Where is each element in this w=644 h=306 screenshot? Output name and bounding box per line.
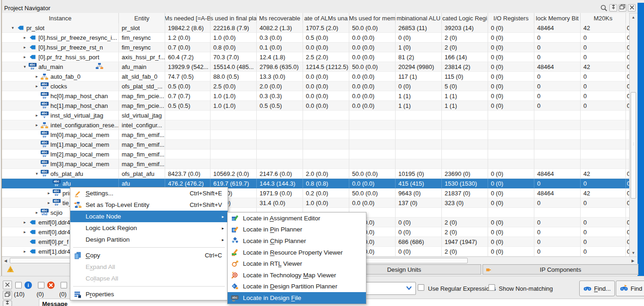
show-nonmatching-checkbox[interactable] <box>489 284 495 291</box>
expand-arrow-icon[interactable]: ▸ <box>33 113 40 118</box>
table-row-hc-0-map-host-chan[interactable]: abcsvhc[0].map_host_chanmap_fim_pcie...0… <box>2 91 629 101</box>
search-icon[interactable] <box>600 4 608 12</box>
column-header-ms-needed-a-b[interactable]: Ms needed [=A-B <box>165 13 211 23</box>
column-header-lock-memory-bit[interactable]: lock Memory Bit <box>534 13 581 23</box>
value-cell: 48464 <box>534 169 581 179</box>
table-row-pr-slot[interactable]: ▾pr_slotpr_slot19842.2 (8.6)22216.8 (7.9… <box>2 23 629 33</box>
submenu-item-locate-in-chip-planner[interactable]: Locate in Chip Planner <box>228 235 366 247</box>
menu-item-copy[interactable]: CopyCtrl+C <box>70 250 228 261</box>
expand-arrow-icon[interactable]: ▸ <box>21 55 28 59</box>
table-row-0-hssi-pr-freeze-rst-n[interactable]: ▸[0].hssi_pr_freeze_rst_nfim_resync0.7 (… <box>2 43 629 52</box>
column-header-mbinational-alu[interactable]: mbinational ALU <box>396 13 442 23</box>
table-row-ofs-plat-afu[interactable]: ▾abcsvofs_plat_afuofs_plat_afu8423.7 (0.… <box>2 169 629 179</box>
submenu-item-locate-in-design-partition-planner[interactable]: Locate in Design Partition Planner <box>228 281 366 293</box>
filter-checkbox-info[interactable] <box>15 282 22 288</box>
value-cell: 0 <box>626 101 629 111</box>
messages-float-button[interactable] <box>3 291 12 300</box>
scroll-up-arrow[interactable]: ▲ <box>630 13 637 21</box>
table-row-hc-1-map-host-chan[interactable]: abcsvhc[1].map_host_chanmap_fim_pcie...0… <box>2 101 629 111</box>
submenu-item-locate-in-technology-map-viewer[interactable]: Locate in Technology Map Viewer <box>228 269 366 281</box>
entity-cell: ofs_plat_afu <box>119 169 165 179</box>
menu-item-set-as-top-level-entity[interactable]: Set as Top-Level EntityCtrl+Shift+V <box>70 199 228 211</box>
expand-arrow-icon[interactable]: ▸ <box>45 200 52 205</box>
instance-label: lm[2].map_local_mem <box>50 151 109 158</box>
value-cell <box>488 120 534 130</box>
table-row-intel-configuration-rese[interactable]: ▸intel_configuration_rese...intel_config… <box>2 120 629 130</box>
expand-arrow-icon[interactable]: ▸ <box>21 220 28 225</box>
expand-arrow-icon[interactable]: ▸ <box>21 249 28 254</box>
float-button[interactable] <box>619 4 626 12</box>
table-row-auto-fab-0[interactable]: ▸auto_fab_0alt_sld_fab_074.7 (0.5)88.0 (… <box>2 72 629 81</box>
column-header-i-o-registers[interactable]: I/O Registers <box>488 13 534 23</box>
instance-label: ofs_plat_afu <box>50 170 83 177</box>
find-button[interactable]: Find... <box>579 281 615 296</box>
scroll-right-arrow[interactable]: ▶ <box>629 257 637 264</box>
menu-item-design-partition[interactable]: Design Partition▸ <box>70 234 228 245</box>
close-button[interactable] <box>628 4 636 12</box>
value-cell <box>626 120 629 130</box>
instance-cell: abcsvlm[0].map_local_mem <box>2 130 119 140</box>
table-row-0-pr-frz-hssi-ss-port[interactable]: ▸[0].pr_frz_hssi_ss_portaxis_hssi_pr_f..… <box>2 52 629 62</box>
column-header-entity[interactable]: Entity <box>119 13 165 23</box>
filter-checkbox-error[interactable] <box>38 282 44 288</box>
use-regex-checkbox[interactable] <box>418 284 424 291</box>
scroll-down-arrow[interactable]: ▼ <box>630 249 637 256</box>
table-row-lm-1-map-local-mem[interactable]: abcsvlm[1].map_local_memmap_fim_emif... <box>2 140 629 150</box>
column-header-ms-used-for-mem[interactable]: Ms used for mem <box>349 13 396 23</box>
submenu-item-locate-in-rtl-viewer[interactable]: Locate in RTL Viewer <box>228 258 366 269</box>
column-header-cated-logic-regi[interactable]: cated Logic Regi <box>442 13 488 23</box>
table-row-lm-0-map-local-mem[interactable]: abcsvlm[0].map_local_memmap_fim_emif... <box>2 130 629 140</box>
filter-checkbox-warning[interactable] <box>61 282 67 288</box>
submenu-item-locate-in-assignment-editor[interactable]: Locate in Assignment Editor <box>228 212 366 224</box>
value-cell <box>349 159 396 169</box>
scroll-left-arrow[interactable]: ◀ <box>2 257 9 264</box>
column-header-s-used-in-final-pla[interactable]: s used in final pla <box>211 13 257 23</box>
entity-cell: map_fim_emif... <box>119 150 165 159</box>
value-cell <box>534 111 581 120</box>
value-cell: 0 <box>534 237 581 247</box>
column-header-m20ks[interactable]: M20Ks <box>581 13 626 23</box>
table-row-0-hssi-pr-freeze-resync-i[interactable]: ▸[0].hssi_pr_freeze_resync_i...fim_resyn… <box>2 33 629 43</box>
value-cell: 0 <box>626 81 629 91</box>
find-next-button[interactable]: Find Ne <box>616 281 644 296</box>
value-cell: 0 (0) <box>396 218 442 227</box>
pin-button[interactable] <box>609 4 617 12</box>
messages-pin-button[interactable] <box>3 300 12 306</box>
menu-item-logic-lock-region[interactable]: Logic Lock Region▸ <box>70 222 228 234</box>
value-cell: 0 (0) <box>488 227 534 237</box>
messages-close-button[interactable] <box>3 281 12 289</box>
expand-arrow-icon[interactable]: ▸ <box>21 35 28 40</box>
value-cell <box>211 150 257 159</box>
collapse-arrow-icon[interactable]: ▾ <box>9 25 16 30</box>
tab-ip-components[interactable]: IP Components <box>483 264 638 275</box>
table-row-clocks[interactable]: ▸abcsvclocksofs_plat_std_...0.5 (0.0)2.5… <box>2 81 629 91</box>
value-cell: 42 <box>581 169 626 179</box>
collapse-arrow-icon[interactable]: ▾ <box>21 64 28 69</box>
submenu-item-locate-in-resource-property-viewer[interactable]: Locate in Resource Property Viewer <box>228 247 366 258</box>
expand-arrow-icon[interactable]: ▸ <box>33 74 40 79</box>
expand-arrow-icon[interactable]: ▸ <box>33 84 40 88</box>
vertical-scrollbar[interactable]: ▲ ⋮ ▼ <box>629 13 637 256</box>
expand-arrow-icon[interactable]: ▸ <box>21 45 28 50</box>
table-row-afu-main[interactable]: ▾abcsvafu_mainafu_main13929.9 (542...155… <box>2 62 629 72</box>
expand-arrow-icon[interactable]: ▸ <box>45 191 52 195</box>
table-row-lm-2-map-local-mem[interactable]: abcsvlm[2].map_local_memmap_fim_emif... <box>2 150 629 159</box>
column-header-ms-recoverable[interactable]: Ms recoverable <box>257 13 303 23</box>
menu-item-settings[interactable]: Settings...Ctrl+Shift+E <box>70 187 228 199</box>
expand-arrow-icon[interactable]: ▸ <box>33 210 40 215</box>
table-row-lm-3-map-local-mem[interactable]: abcsvlm[3].map_local_memmap_fim_emif... <box>2 159 629 169</box>
menu-item-properties[interactable]: Properties <box>70 288 228 300</box>
column-header-ate-of-alms-una[interactable]: ate of ALMs una <box>303 13 349 23</box>
column-header-instance[interactable]: Instance <box>2 13 119 23</box>
value-cell: 19842.2 (8.6) <box>165 23 211 33</box>
expand-arrow-icon[interactable]: ▸ <box>33 123 40 127</box>
submenu-item-locate-in-design-file[interactable]: abcLocate in Design File <box>228 292 366 304</box>
chevron-down-icon[interactable] <box>406 285 412 292</box>
collapse-arrow-icon[interactable]: ▾ <box>33 171 40 176</box>
column-header-overflow[interactable] <box>626 13 629 23</box>
submenu-item-locate-in-pin-planner[interactable]: Locate in Pin Planner <box>228 224 366 236</box>
table-row-inst-sld-virtual-jtag[interactable]: ▸abcvinst_sld_virtual_jtagsld_virtual_jt… <box>2 111 629 120</box>
svg-text:abc: abc <box>232 296 238 299</box>
menu-item-locate-node[interactable]: Locate Node▸ <box>70 211 228 222</box>
expand-arrow-icon[interactable]: ▸ <box>21 230 28 234</box>
